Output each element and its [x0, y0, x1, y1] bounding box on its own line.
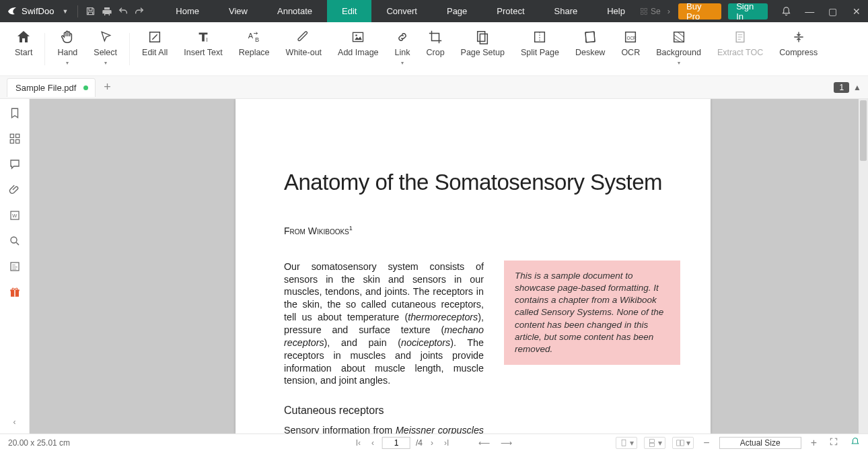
menu-share[interactable]: Share [540, 0, 593, 22]
modified-dot-icon [83, 85, 88, 90]
word-icon: W [9, 209, 21, 221]
svg-text:A: A [248, 32, 253, 40]
svg-rect-29 [650, 439, 655, 442]
pin-button[interactable] [848, 437, 863, 448]
paperclip-icon [9, 184, 21, 196]
first-page-button[interactable]: I‹ [353, 438, 363, 448]
tool-splitpage[interactable]: Split Page [513, 28, 567, 57]
crop-icon [428, 30, 443, 44]
sidebar-collapse[interactable]: ‹ [13, 417, 16, 427]
undo-icon [118, 6, 129, 17]
sidebar-search[interactable] [7, 234, 22, 248]
notifications-button[interactable] [774, 0, 798, 22]
page-dimensions: 20.00 x 25.01 cm [5, 438, 70, 448]
image-icon [351, 30, 365, 44]
tool-link[interactable]: Link▾ [387, 28, 419, 66]
menu-help[interactable]: Help [592, 0, 640, 22]
redo-button[interactable] [131, 0, 147, 22]
minimize-button[interactable]: — [798, 0, 822, 22]
ribbon: Start Hand▾ Select▾ Edit All IInsert Tex… [0, 22, 868, 76]
tool-crop[interactable]: Crop [418, 28, 452, 57]
gift-icon [9, 286, 21, 298]
tool-replace[interactable]: ABReplace [231, 28, 278, 57]
buy-pro-button[interactable]: Buy Pro [678, 3, 721, 20]
facing-icon [676, 438, 685, 448]
document-viewport[interactable]: Anatomy of the Somatosensory System From… [30, 99, 868, 433]
tool-compress[interactable]: Compress [771, 28, 826, 57]
tool-addimage[interactable]: Add Image [330, 28, 386, 57]
prev-page-button[interactable]: ‹ [369, 438, 377, 448]
vertical-scrollbar[interactable] [859, 99, 868, 433]
quick-search[interactable]: Se [640, 7, 661, 16]
sidebar-gift[interactable] [7, 285, 22, 300]
menu-home[interactable]: Home [161, 0, 214, 22]
print-icon [102, 6, 112, 17]
undo-button[interactable] [115, 0, 131, 22]
svg-rect-12 [585, 32, 595, 42]
nav-forward-button[interactable]: ⟶ [498, 438, 515, 448]
menu-page[interactable]: Page [432, 0, 482, 22]
close-button[interactable]: ✕ [844, 0, 868, 22]
zoom-out-button[interactable]: − [700, 437, 712, 449]
fullscreen-button[interactable] [826, 437, 841, 448]
app-dropdown-icon[interactable]: ▼ [62, 8, 68, 15]
sidebar: W ‹ [0, 99, 30, 433]
bell-icon [781, 6, 791, 16]
sidebar-attachments[interactable] [7, 182, 22, 197]
titlebar: SwifDoo ▼ Home View Annotate Edit Conver… [0, 0, 868, 22]
svg-rect-32 [681, 440, 684, 445]
svg-rect-25 [11, 263, 19, 271]
menu-edit[interactable]: Edit [327, 0, 371, 22]
tool-hand[interactable]: Hand▾ [49, 28, 85, 66]
next-page-button[interactable]: › [428, 438, 436, 448]
collapse-ribbon-button[interactable]: ▲ [853, 83, 861, 92]
sidebar-comments[interactable] [7, 157, 22, 172]
main-menu: Home View Annotate Edit Convert Page Pro… [161, 0, 640, 22]
save-button[interactable] [82, 0, 98, 22]
svg-rect-9 [478, 32, 485, 42]
nav-back-button[interactable]: ⟵ [476, 438, 493, 448]
menu-view[interactable]: View [214, 0, 262, 22]
sidebar-thumbnails[interactable] [7, 131, 22, 146]
maximize-button[interactable]: ▢ [822, 0, 845, 22]
tool-background[interactable]: Background▾ [648, 28, 709, 66]
doc-title: Anatomy of the Somatosensory System [284, 170, 680, 195]
overflow-arrow-icon[interactable]: › [667, 6, 670, 16]
print-button[interactable] [99, 0, 115, 22]
view-single-button[interactable]: ▾ [616, 437, 637, 449]
sidebar-bookmarks[interactable] [7, 106, 22, 120]
page-count-badge[interactable]: 1 [834, 82, 849, 93]
view-facing-button[interactable]: ▾ [672, 437, 694, 449]
app-logo[interactable]: SwifDoo ▼ [0, 6, 73, 17]
edit-icon [147, 30, 162, 44]
tool-pagesetup[interactable]: Page Setup [453, 28, 513, 57]
tool-select[interactable]: Select▾ [85, 28, 125, 66]
menu-convert[interactable]: Convert [371, 0, 432, 22]
zoom-in-button[interactable]: + [808, 437, 820, 449]
svg-rect-28 [622, 440, 626, 446]
view-continuous-button[interactable]: ▾ [644, 437, 665, 449]
menu-annotate[interactable]: Annotate [262, 0, 327, 22]
add-tab-button[interactable]: + [104, 80, 111, 94]
tool-editall[interactable]: Edit All [134, 28, 176, 57]
tool-start[interactable]: Start [7, 28, 40, 57]
tool-ocr[interactable]: OCROCR [613, 28, 648, 57]
tool-whiteout[interactable]: White-out [278, 28, 330, 57]
page-input[interactable] [382, 437, 410, 449]
menu-protect[interactable]: Protect [482, 0, 539, 22]
tool-inserttext[interactable]: IInsert Text [176, 28, 230, 57]
tab-sample-file[interactable]: Sample File.pdf [7, 78, 96, 97]
search-text-fragment: Se [651, 7, 661, 16]
main-area: W ‹ Anatomy of the Somatosensory System … [0, 99, 868, 433]
scroll-thumb[interactable] [860, 100, 867, 161]
last-page-button[interactable]: ›I [441, 438, 451, 448]
compress-icon [792, 30, 805, 44]
sidebar-form[interactable] [7, 259, 22, 274]
tool-deskew[interactable]: Deskew [567, 28, 613, 57]
page-navigation: I‹ ‹ /4 › ›I ⟵ ⟶ [353, 437, 515, 449]
sign-in-button[interactable]: Sign In [728, 3, 768, 20]
zoom-level[interactable]: Actual Size [719, 437, 801, 449]
grid-icon [640, 7, 648, 15]
sidebar-word[interactable]: W [7, 208, 22, 223]
pin-icon [851, 437, 860, 446]
